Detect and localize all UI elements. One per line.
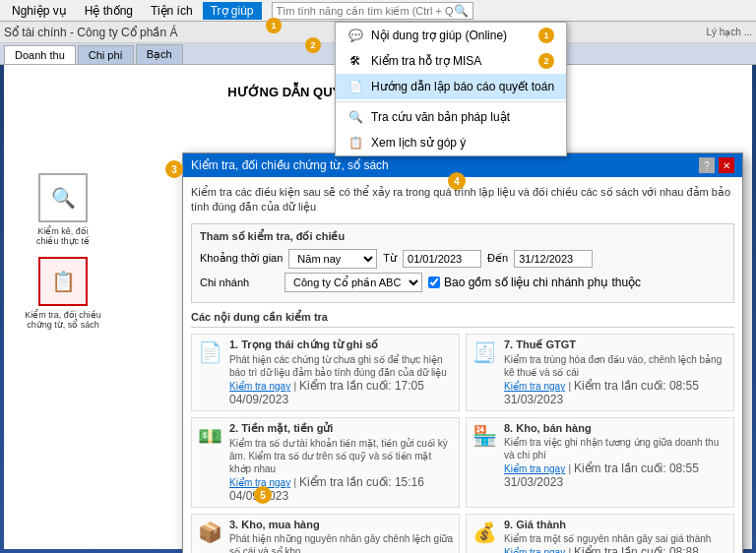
items-grid: 📄 1. Trọng thái chứng từ ghi số Phát hiệ… bbox=[191, 334, 734, 553]
item-3-title: 3. Kho, mua hàng bbox=[229, 519, 455, 530]
item-1-actions: Kiểm tra ngay | Kiểm tra lần cuối: 17:05… bbox=[229, 379, 455, 406]
content-section-title: Các nội dung cần kiểm tra bbox=[191, 311, 734, 328]
overlay-badge-5: 5 bbox=[254, 486, 272, 504]
overlay-badge-4: 4 bbox=[448, 172, 466, 190]
from-label: Từ bbox=[383, 252, 397, 265]
badge-2: 2 bbox=[538, 53, 554, 69]
form-section-title: Tham số kiểm tra, đối chiều bbox=[200, 230, 725, 243]
icon-check-item: 🔍 bbox=[38, 173, 88, 222]
search-input[interactable] bbox=[277, 5, 454, 17]
tab-bach[interactable]: Bạch bbox=[136, 44, 183, 64]
item-2-title: 2. Tiền mặt, tiền gửi bbox=[229, 422, 455, 435]
item-9-actions: Kiểm tra ngay | Kiểm tra lần cuối: 08:88… bbox=[504, 545, 729, 553]
badge-num-2: 2 bbox=[305, 37, 321, 53]
form-row-period: Khoảng thời gian Năm nay Từ Đến bbox=[200, 249, 725, 269]
dialog-help-btn[interactable]: ? bbox=[699, 157, 715, 173]
badge-num-1: 1 bbox=[266, 18, 282, 33]
warehouse-icon-3: 📦 bbox=[196, 519, 223, 546]
dropdown-item-misa[interactable]: 🛠 Kiểm tra hỗ trợ MISA 2 bbox=[336, 48, 566, 74]
check-item-7: 🧾 7. Thuế GTGT Kiểm tra trùng hóa đơn đầ… bbox=[466, 334, 734, 411]
menu-trogiup[interactable]: Trợ giúp bbox=[203, 2, 262, 20]
search-box[interactable]: 🔍 bbox=[272, 2, 473, 20]
item-7-actions: Kiểm tra ngay | Kiểm tra lần cuối: 08:55… bbox=[504, 379, 729, 406]
item-9-body: 9. Giá thành Kiểm tra một số nguyên nhân… bbox=[504, 519, 729, 553]
check-item-3: 📦 3. Kho, mua hàng Phát hiện những nguyê… bbox=[191, 514, 460, 553]
left-panel-item2[interactable]: 📋 Kiểm tra, đối chiều chứng từ, sổ sách bbox=[24, 257, 102, 330]
support-icon: 🛠 bbox=[347, 53, 363, 69]
tab-chiphi[interactable]: Chi phí bbox=[78, 45, 134, 64]
from-date-input[interactable] bbox=[403, 250, 481, 268]
menu-bar: Nghiệp vụ Hệ thống Tiện ích Trợ giúp 🔍 bbox=[0, 0, 756, 22]
price-icon-9: 💰 bbox=[471, 519, 498, 546]
dropdown-item-history[interactable]: 📋 Xem lịch sử góp ý bbox=[336, 130, 566, 155]
item-7-title: 7. Thuế GTGT bbox=[504, 338, 729, 351]
item-7-link[interactable]: Kiểm tra ngay bbox=[504, 381, 565, 392]
dropdown-label-4: Tra cứu văn bản pháp luật bbox=[371, 110, 510, 124]
item-3-body: 3. Kho, mua hàng Phát hiện những nguyên … bbox=[229, 519, 455, 553]
to-label: Đến bbox=[487, 252, 508, 265]
left-panel-label3: Kiểm tra, đối chiều bbox=[24, 310, 102, 320]
dropdown-label-3: Hướng dẫn lập báo cáo quyết toán bbox=[371, 80, 554, 93]
to-date-input[interactable] bbox=[514, 250, 593, 268]
item-1-desc: Phát hiện các chứng từ chưa ghi số để th… bbox=[229, 353, 455, 379]
left-panel-label2: chiều thực tế bbox=[24, 236, 102, 246]
item-9-desc: Kiểm tra một số nguyên nhân gây sai giá … bbox=[504, 532, 729, 545]
doc-icon-1: 📄 bbox=[196, 338, 223, 366]
dialog-close-btn[interactable]: ✕ bbox=[719, 157, 734, 173]
money-icon-2: 💵 bbox=[196, 422, 223, 450]
badge-1: 1 bbox=[538, 28, 554, 43]
item-8-actions: Kiểm tra ngay | Kiểm tra lần cuối: 08:55… bbox=[504, 461, 729, 489]
period-select[interactable]: Năm nay bbox=[288, 249, 377, 269]
item-8-title: 8. Kho, bán hàng bbox=[504, 422, 729, 434]
item-7-desc: Kiểm tra trùng hóa đơn đầu vào, chênh lệ… bbox=[504, 353, 729, 379]
dropdown-menu: 💬 Nội dung trợ giúp (Online) 1 🛠 Kiểm tr… bbox=[335, 22, 567, 156]
dropdown-separator bbox=[336, 101, 566, 102]
search-area: 🔍 bbox=[272, 2, 473, 20]
dropdown-item-online[interactable]: 💬 Nội dung trợ giúp (Online) 1 bbox=[336, 23, 566, 48]
dropdown-label-5: Xem lịch sử góp ý bbox=[371, 136, 466, 150]
tax-icon-7: 🧾 bbox=[471, 338, 498, 366]
item-1-link[interactable]: Kiểm tra ngay bbox=[229, 381, 290, 392]
item-9-link[interactable]: Kiểm tra ngay bbox=[504, 547, 565, 553]
search-law-icon: 🔍 bbox=[347, 109, 363, 125]
menu-hethong[interactable]: Hệ thống bbox=[77, 2, 141, 20]
include-sub-checkbox[interactable] bbox=[428, 276, 440, 288]
dialog-description: Kiểm tra các điều kiện sau sẽ có thể xảy… bbox=[191, 185, 734, 215]
item-8-desc: Kiểm tra việc ghi nhận tương ứng giữa do… bbox=[504, 436, 729, 461]
dropdown-label-2: Kiểm tra hỗ trợ MISA bbox=[371, 54, 481, 68]
item-3-desc: Phát hiện những nguyên nhân gây chênh lệ… bbox=[229, 532, 455, 553]
dropdown-label-1: Nội dung trợ giúp (Online) bbox=[371, 29, 507, 42]
dropdown-item-guide[interactable]: 📄 Hướng dẫn lập báo cáo quyết toán bbox=[336, 74, 566, 99]
check-item-9: 💰 9. Giá thành Kiểm tra một số nguyên nh… bbox=[466, 514, 734, 553]
left-panel-label4: chứng từ, sổ sách bbox=[24, 320, 102, 330]
menu-tienich[interactable]: Tiện ích bbox=[143, 2, 201, 20]
dialog-title: Kiểm tra, đối chiều chứng từ, sổ sách bbox=[191, 158, 389, 172]
check-item-8: 🏪 8. Kho, bán hàng Kiểm tra việc ghi nhậ… bbox=[466, 417, 734, 508]
item-1-title: 1. Trọng thái chứng từ ghi số bbox=[229, 338, 455, 351]
tab-doanhthu[interactable]: Doanh thu bbox=[4, 45, 76, 64]
menu-nghiepvu[interactable]: Nghiệp vụ bbox=[4, 2, 75, 20]
check-item-1: 📄 1. Trọng thái chứng từ ghi số Phát hiệ… bbox=[191, 334, 460, 411]
form-row-branch: Chi nhánh Công ty Cổ phần ABC Bao gồm số… bbox=[200, 273, 725, 292]
search-icon: 🔍 bbox=[454, 4, 469, 18]
left-panel-label1: Kiểm kê, đối bbox=[24, 226, 102, 236]
item-1-body: 1. Trọng thái chứng từ ghi số Phát hiện … bbox=[229, 338, 455, 406]
item-2-desc: Kiểm tra số dư tài khoản tiền mặt, tiền … bbox=[229, 437, 455, 475]
item-8-link[interactable]: Kiểm tra ngay bbox=[504, 463, 565, 474]
branch-select[interactable]: Công ty Cổ phần ABC bbox=[284, 273, 422, 292]
icon-kiemtra: 📋 bbox=[38, 257, 88, 306]
toolbar-right: Lý hạch ... bbox=[706, 27, 752, 37]
dialog-title-btns: ? ✕ bbox=[699, 157, 734, 173]
branch-label: Chi nhánh bbox=[200, 276, 279, 288]
check-item-2: 💵 2. Tiền mặt, tiền gửi Kiểm tra số dư t… bbox=[191, 417, 460, 508]
item-8-body: 8. Kho, bán hàng Kiểm tra việc ghi nhận … bbox=[504, 422, 729, 489]
dropdown-item-search[interactable]: 🔍 Tra cứu văn bản pháp luật bbox=[336, 104, 566, 130]
guide-icon: 📄 bbox=[347, 79, 363, 94]
period-label: Khoảng thời gian bbox=[200, 252, 283, 265]
shop-icon-8: 🏪 bbox=[471, 422, 498, 450]
form-section: Tham số kiểm tra, đối chiều Khoảng thời … bbox=[191, 223, 734, 303]
overlay-badge-3: 3 bbox=[165, 160, 183, 178]
comment-icon: 💬 bbox=[347, 28, 363, 43]
item-9-title: 9. Giá thành bbox=[504, 519, 729, 530]
item-7-body: 7. Thuế GTGT Kiểm tra trùng hóa đơn đầu … bbox=[504, 338, 729, 406]
